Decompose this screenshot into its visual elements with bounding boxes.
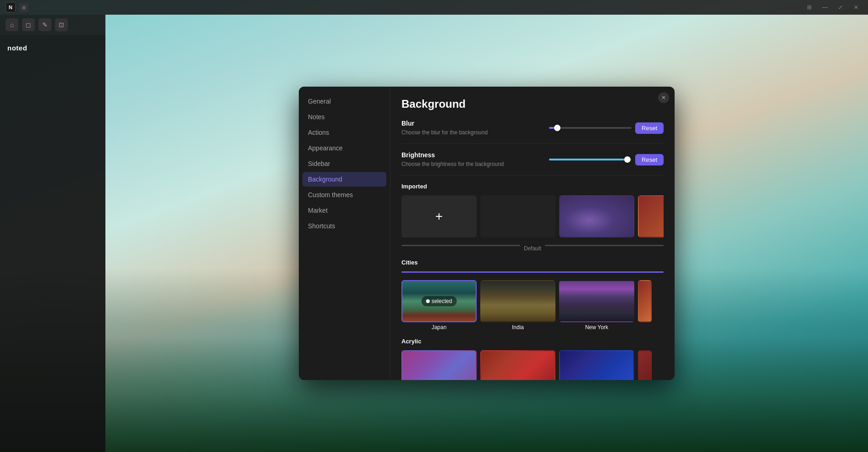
- japan-container: selected Japan: [401, 280, 477, 331]
- brightness-controls: Reset: [549, 154, 664, 165]
- brightness-slider[interactable]: [549, 159, 632, 160]
- folder-button[interactable]: ⊡: [55, 18, 68, 31]
- india-label: India: [512, 324, 524, 331]
- blur-controls: Reset: [549, 122, 664, 134]
- toolbar: ⌂ ◻ ✎ ⊡: [0, 15, 105, 35]
- cities-section-header: Cities: [401, 259, 664, 266]
- brightness-title: Brightness: [401, 151, 504, 159]
- app-logo: N: [5, 2, 16, 12]
- cities-grid: selected Japan India New York: [401, 280, 664, 331]
- blur-thumb[interactable]: [554, 125, 560, 131]
- japan-thumb[interactable]: selected: [401, 280, 477, 322]
- selected-label: selected: [432, 298, 452, 304]
- acrylic2-thumb[interactable]: [480, 350, 555, 380]
- titlebar-icon: ⊞: [19, 3, 28, 12]
- close-button[interactable]: ✕: [850, 3, 863, 12]
- acrylic3-thumb[interactable]: [559, 350, 634, 380]
- default-bar-right: [545, 245, 664, 246]
- selected-dot: [426, 299, 430, 303]
- brightness-fill: [549, 159, 627, 160]
- minimize-button[interactable]: —: [819, 3, 831, 12]
- japan-selected-badge: selected: [422, 296, 457, 306]
- imported-blank[interactable]: [480, 195, 555, 237]
- brightness-label: Brightness Choose the brightness for the…: [401, 151, 504, 168]
- japan-label: Japan: [432, 324, 447, 331]
- dialog-close-button[interactable]: ✕: [658, 92, 669, 103]
- titlebar: N ⊞ ⊞ — ⤢ ✕: [0, 0, 868, 15]
- nav-sidebar[interactable]: Sidebar: [302, 156, 386, 171]
- cities-scroll-indicator: [401, 271, 664, 273]
- default-bar-left: [401, 245, 520, 246]
- india-container: India: [480, 280, 555, 331]
- titlebar-left: N ⊞: [5, 2, 28, 12]
- window-controls: ⊞ — ⤢ ✕: [803, 3, 863, 12]
- default-row: Default: [401, 245, 664, 252]
- home-button[interactable]: ⌂: [5, 18, 18, 31]
- nav-actions[interactable]: Actions: [302, 125, 386, 140]
- brightness-description: Choose the brightness for the background: [401, 161, 504, 167]
- add-icon: +: [435, 209, 443, 224]
- tile-button[interactable]: ⊞: [803, 3, 816, 12]
- add-image-button[interactable]: +: [401, 195, 477, 237]
- settings-title: Background: [401, 98, 664, 110]
- blur-label: Blur Choose the blur for the background: [401, 120, 488, 136]
- acrylic4-thumb[interactable]: [638, 350, 652, 380]
- nav-shortcuts[interactable]: Shortcuts: [302, 219, 386, 233]
- extra-city-container: [638, 280, 652, 331]
- imported-grid: +: [401, 195, 664, 237]
- nav-background[interactable]: Background: [302, 172, 386, 187]
- imported-section-header: Imported: [401, 183, 664, 190]
- blur-slider[interactable]: [549, 127, 632, 129]
- sidebar: noted: [0, 35, 105, 452]
- blur-row: Blur Choose the blur for the background …: [401, 120, 664, 144]
- newyork-container: New York: [559, 280, 634, 331]
- nav-appearance[interactable]: Appearance: [302, 141, 386, 155]
- settings-dialog: General Notes Actions Appearance Sidebar…: [299, 87, 675, 380]
- settings-nav: General Notes Actions Appearance Sidebar…: [299, 87, 390, 380]
- edit-button[interactable]: ✎: [38, 18, 51, 31]
- nav-general[interactable]: General: [302, 94, 386, 109]
- maximize-button[interactable]: ⤢: [834, 3, 847, 12]
- default-label: Default: [524, 245, 541, 252]
- imported-abstract1[interactable]: [559, 195, 634, 237]
- blur-description: Choose the blur for the background: [401, 129, 488, 136]
- blur-title: Blur: [401, 120, 488, 127]
- dialog-overlay: General Notes Actions Appearance Sidebar…: [105, 15, 868, 452]
- brightness-thumb[interactable]: [624, 156, 631, 163]
- acrylic1-thumb[interactable]: [401, 350, 477, 380]
- cities-scroll-bar: [401, 271, 664, 273]
- newyork-thumb[interactable]: [559, 280, 634, 322]
- brightness-reset-button[interactable]: Reset: [635, 154, 664, 165]
- acrylic-section-header: Acrylic: [401, 338, 664, 345]
- settings-content: ✕ Background Blur Choose the blur for th…: [390, 87, 675, 380]
- app-name: noted: [4, 42, 102, 57]
- imported-abstract2[interactable]: [638, 195, 664, 237]
- newyork-label: New York: [585, 324, 609, 331]
- nav-notes[interactable]: Notes: [302, 110, 386, 124]
- acrylic-grid: [401, 350, 664, 380]
- extra-city-thumb[interactable]: [638, 280, 652, 322]
- nav-custom-themes[interactable]: Custom themes: [302, 187, 386, 202]
- save-button[interactable]: ◻: [22, 18, 35, 31]
- nav-market[interactable]: Market: [302, 203, 386, 218]
- blur-reset-button[interactable]: Reset: [635, 122, 664, 134]
- brightness-row: Brightness Choose the brightness for the…: [401, 151, 664, 176]
- india-thumb[interactable]: [480, 280, 555, 322]
